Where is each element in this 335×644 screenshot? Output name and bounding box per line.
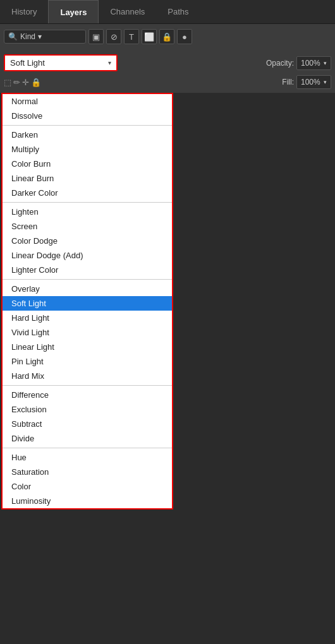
kind-label: Kind: [20, 32, 35, 41]
blend-option-hue[interactable]: Hue: [3, 450, 172, 465]
image-icon-btn[interactable]: ▣: [88, 29, 104, 44]
blend-option-exclusion[interactable]: Exclusion: [3, 402, 172, 417]
kind-select[interactable]: 🔍 Kind ▾: [4, 30, 86, 44]
blend-option-luminosity[interactable]: Luminosity: [3, 494, 172, 508]
separator-5: [3, 448, 172, 448]
blend-option-lighten[interactable]: Lighten: [3, 205, 172, 219]
lock-position-icon[interactable]: ✛: [22, 78, 29, 87]
blend-option-divide[interactable]: Divide: [3, 431, 172, 446]
blend-option-color-dodge[interactable]: Color Dodge: [3, 234, 172, 248]
lock-transparent-icon[interactable]: ⬚: [4, 78, 11, 87]
text-icon: T: [129, 32, 134, 42]
text-icon-btn[interactable]: T: [124, 29, 139, 44]
blend-option-vivid-light[interactable]: Vivid Light: [3, 325, 172, 340]
search-icon: 🔍: [8, 32, 18, 41]
lock-all-icon[interactable]: 🔒: [31, 78, 41, 87]
blend-mode-dropdown: Normal Dissolve Darken Multiply Color Bu…: [1, 93, 173, 510]
lock-fill-row: ⬚ ✏ ✛ 🔒 Fill: 100% ▾: [0, 74, 335, 93]
opacity-value-text: 100%: [301, 59, 320, 68]
blend-option-lighter-color[interactable]: Lighter Color: [3, 263, 172, 277]
image-icon: ▣: [92, 32, 100, 42]
fill-chevron-icon: ▾: [324, 79, 327, 85]
blend-option-subtract[interactable]: Subtract: [3, 417, 172, 431]
lock-icon: 🔒: [162, 32, 172, 42]
circle-icon: ⊘: [111, 32, 118, 42]
separator-3: [3, 279, 172, 280]
separator-1: [3, 125, 172, 126]
blend-option-difference[interactable]: Difference: [3, 388, 172, 402]
blend-option-soft-light[interactable]: Soft Light: [3, 296, 172, 311]
blend-mode-select[interactable]: Soft Light ▾: [4, 54, 118, 71]
layers-panel-header: 🔍 Kind ▾ ▣ ⊘ T ⬜ 🔒 ● Soft Light ▾ Opacit…: [0, 24, 335, 93]
blend-option-color[interactable]: Color: [3, 479, 172, 494]
lock-image-icon[interactable]: ✏: [13, 78, 20, 87]
blend-option-linear-dodge[interactable]: Linear Dodge (Add): [3, 248, 172, 263]
opacity-chevron-icon: ▾: [324, 60, 327, 66]
fill-value-text: 100%: [301, 78, 320, 86]
lock-icon-btn[interactable]: 🔒: [159, 29, 174, 44]
blend-option-dissolve[interactable]: Dissolve: [3, 109, 172, 123]
blend-option-darker-color[interactable]: Darker Color: [3, 186, 172, 200]
opacity-label: Opacity:: [266, 59, 294, 68]
blend-option-linear-burn[interactable]: Linear Burn: [3, 171, 172, 186]
blend-option-linear-light[interactable]: Linear Light: [3, 340, 172, 354]
tab-paths[interactable]: Paths: [156, 0, 200, 23]
tab-channels[interactable]: Channels: [99, 0, 156, 23]
blend-option-color-burn[interactable]: Color Burn: [3, 157, 172, 171]
fill-label: Fill:: [282, 78, 294, 86]
blend-option-saturation[interactable]: Saturation: [3, 465, 172, 479]
dot-icon-btn[interactable]: ●: [177, 29, 192, 44]
opacity-input[interactable]: 100% ▾: [296, 56, 331, 70]
tab-history[interactable]: History: [0, 0, 48, 23]
fill-input[interactable]: 100% ▾: [296, 75, 331, 89]
separator-2: [3, 202, 172, 203]
blend-mode-value: Soft Light: [10, 58, 45, 68]
circle-icon-btn[interactable]: ⊘: [106, 29, 121, 44]
blend-option-pin-light[interactable]: Pin Light: [3, 354, 172, 369]
blend-option-multiply[interactable]: Multiply: [3, 142, 172, 157]
blend-option-screen[interactable]: Screen: [3, 219, 172, 234]
tab-layers[interactable]: Layers: [48, 0, 99, 23]
dot-icon: ●: [182, 32, 187, 42]
blend-mode-chevron-icon: ▾: [108, 59, 111, 66]
lock-icons-group: ⬚ ✏ ✛ 🔒: [4, 78, 41, 87]
chevron-down-icon: ▾: [38, 32, 42, 41]
crop-icon-btn[interactable]: ⬜: [142, 29, 157, 44]
blend-option-normal[interactable]: Normal: [3, 94, 172, 109]
blend-option-hard-mix[interactable]: Hard Mix: [3, 369, 172, 383]
crop-icon: ⬜: [144, 32, 154, 42]
blend-option-darken[interactable]: Darken: [3, 128, 172, 142]
tab-bar: History Layers Channels Paths: [0, 0, 335, 24]
blend-option-overlay[interactable]: Overlay: [3, 282, 172, 296]
separator-4: [3, 385, 172, 386]
blend-opacity-row: Soft Light ▾ Opacity: 100% ▾: [0, 52, 335, 74]
blend-option-hard-light[interactable]: Hard Light: [3, 311, 172, 325]
